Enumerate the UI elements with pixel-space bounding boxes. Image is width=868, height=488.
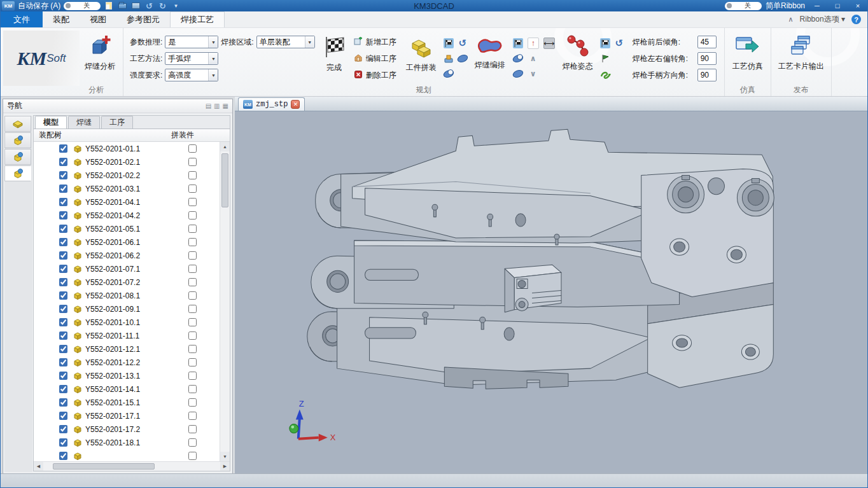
weld-analysis-button[interactable]: 焊缝分析 [80, 31, 120, 86]
tab-reference[interactable]: 参考图元 [116, 11, 170, 27]
undo-button[interactable]: ↺ [144, 1, 154, 11]
strip-assembly-button-selected[interactable] [4, 165, 31, 181]
tree-row[interactable]: Y552-0201-05.1 [34, 222, 220, 235]
visibility-checkbox[interactable] [59, 452, 67, 460]
open-file-button[interactable] [117, 1, 127, 11]
visibility-checkbox[interactable] [59, 238, 67, 246]
save-button[interactable] [130, 1, 141, 11]
visibility-checkbox[interactable] [59, 185, 67, 193]
chevron-down-icon[interactable]: ∨ [528, 68, 539, 80]
capsule-blue-button[interactable] [512, 53, 524, 64]
help-icon[interactable]: ? [851, 15, 861, 24]
strip-assembly-button[interactable] [4, 149, 31, 165]
visibility-checkbox[interactable] [59, 251, 67, 260]
visibility-checkbox[interactable] [59, 412, 67, 420]
param-inference-select[interactable]: 是▼ [165, 36, 218, 48]
visibility-checkbox[interactable] [59, 211, 67, 220]
snake-path-button[interactable] [599, 68, 611, 80]
visibility-checkbox[interactable] [59, 225, 67, 233]
tree-row[interactable]: Y552-0201-09.1 [34, 302, 220, 316]
finish-button[interactable]: 完成 [319, 31, 349, 86]
visibility-checkbox[interactable] [59, 171, 67, 179]
visibility-checkbox[interactable] [59, 265, 67, 273]
tree-row[interactable]: Y552-0201-17.2 [34, 422, 220, 436]
flag-small-button[interactable] [512, 38, 524, 49]
assembly-checkbox[interactable] [188, 158, 197, 166]
flag-small-button[interactable] [599, 38, 611, 49]
assembly-checkbox[interactable] [188, 185, 197, 193]
assembly-checkbox[interactable] [188, 265, 197, 273]
chevron-up-icon[interactable]: ∧ [528, 53, 539, 64]
torch-angle-input[interactable] [697, 52, 717, 65]
visibility-checkbox[interactable] [59, 291, 67, 300]
horizontal-scrollbar[interactable]: ◀ ▶ [34, 461, 230, 471]
tree-row[interactable]: Y552-0201-10.1 [34, 316, 220, 329]
quickbar-dropdown-button[interactable]: ▼ [171, 1, 181, 11]
tree-row[interactable]: Y552-0201-06.1 [34, 235, 220, 249]
visibility-checkbox[interactable] [59, 438, 67, 447]
minimize-button[interactable]: ─ [809, 1, 825, 11]
export-tray-button[interactable] [443, 53, 454, 64]
capsule-half-button[interactable] [443, 68, 454, 80]
3d-model[interactable]: Z X [235, 111, 867, 474]
reset-rotate-button[interactable]: ↺ [613, 38, 625, 49]
strength-select[interactable]: 高强度▼ [165, 69, 218, 81]
close-button[interactable]: × [850, 1, 866, 11]
scroll-right-arrow[interactable]: ▶ [220, 462, 230, 471]
tree-row[interactable] [34, 449, 220, 461]
tree-row[interactable]: Y552-0201-06.2 [34, 249, 220, 262]
visibility-checkbox[interactable] [59, 278, 67, 286]
tree-row[interactable]: Y552-0201-18.1 [34, 436, 220, 449]
scroll-up-arrow[interactable]: ▲ [220, 142, 230, 151]
torch-pose-button[interactable]: 焊枪姿态 [557, 31, 598, 86]
torch-angle-input[interactable] [697, 69, 717, 81]
tree-row[interactable]: Y552-0201-07.1 [34, 262, 220, 275]
reset-rotate-button[interactable]: ↺ [457, 38, 468, 49]
strip-assembly-button[interactable] [4, 132, 31, 148]
visibility-checkbox[interactable] [59, 345, 67, 353]
tab-assembly[interactable]: 装配 [43, 11, 80, 27]
tree-row[interactable]: Y552-0201-12.1 [34, 342, 220, 356]
tree-row[interactable]: Y552-0201-07.2 [34, 275, 220, 289]
edit-step-button[interactable]: 编辑工序 [352, 52, 398, 65]
close-panel-icon[interactable]: ▦ [223, 102, 228, 109]
strip-part-button[interactable] [4, 116, 31, 132]
weld-arrange-button[interactable]: 焊缝编排 [470, 31, 510, 86]
tree-row[interactable]: Y552-0201-04.2 [34, 209, 220, 222]
assembly-checkbox[interactable] [188, 318, 197, 326]
document-tab[interactable]: KM zmj_stp ✕ [238, 97, 305, 111]
visibility-checkbox[interactable] [59, 385, 67, 393]
assembly-checkbox[interactable] [188, 412, 197, 420]
arrow-up-red-button[interactable]: ↑ [528, 38, 539, 49]
assembly-checkbox[interactable] [188, 225, 197, 233]
visibility-checkbox[interactable] [59, 358, 67, 366]
ribbon-mode-toggle[interactable]: 关 [725, 2, 762, 10]
visibility-checkbox[interactable] [59, 398, 67, 407]
scroll-left-arrow[interactable]: ◀ [34, 462, 43, 471]
assembly-checkbox[interactable] [188, 331, 197, 340]
tree-row[interactable]: Y552-0201-01.1 [34, 142, 220, 155]
flag-pennant-button[interactable] [599, 53, 611, 64]
tab-weld-seam[interactable]: 焊缝 [68, 116, 100, 129]
collapse-ribbon-icon[interactable]: ∧ [788, 15, 794, 24]
process-method-select[interactable]: 手弧焊▼ [165, 52, 218, 65]
tab-model[interactable]: 模型 [35, 116, 67, 129]
assembly-checkbox[interactable] [188, 144, 197, 153]
assembly-checkbox[interactable] [188, 171, 197, 179]
tree-row[interactable]: Y552-0201-08.1 [34, 289, 220, 302]
tree-row[interactable]: Y552-0201-17.1 [34, 409, 220, 422]
visibility-checkbox[interactable] [59, 305, 67, 313]
maximize-button[interactable]: □ [829, 1, 846, 11]
assembly-checkbox[interactable] [188, 425, 197, 433]
visibility-checkbox[interactable] [59, 372, 67, 380]
tree-row[interactable]: Y552-0201-03.1 [34, 182, 220, 195]
ribbon-options-button[interactable]: Ribbon选项 ▾ [800, 14, 845, 25]
add-step-button[interactable]: 新增工序 [352, 36, 398, 48]
scrollbar-thumb[interactable] [53, 463, 155, 470]
visibility-checkbox[interactable] [59, 331, 67, 340]
assembly-checkbox[interactable] [188, 198, 197, 206]
weld-region-select[interactable]: 单层装配▼ [256, 36, 315, 48]
torch-angle-input[interactable] [697, 36, 717, 48]
tree-row[interactable]: Y552-0201-14.1 [34, 382, 220, 396]
part-assembly-button[interactable]: 工件拼装 [401, 31, 442, 86]
